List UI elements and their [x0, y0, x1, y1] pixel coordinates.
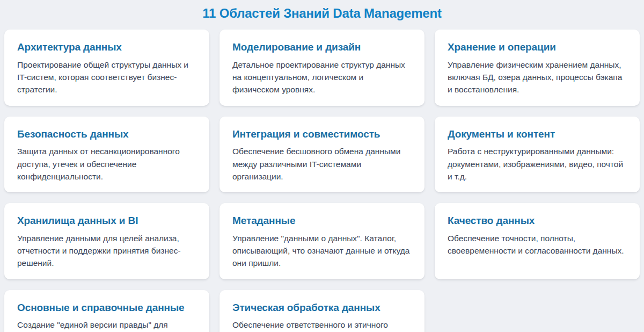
card-description: Создание "единой версии правды" для ключ…: [17, 319, 196, 332]
card-title: Документы и контент: [448, 128, 627, 141]
knowledge-area-card-integration-interoperability: Интеграция и совместимость Обеспечение б…: [219, 117, 425, 193]
card-title: Основные и справочные данные: [17, 301, 196, 314]
card-description: Управление физическим хранением данных, …: [448, 59, 627, 96]
card-title: Метаданные: [232, 214, 412, 227]
card-title: Хранение и операции: [448, 41, 627, 54]
knowledge-area-card-metadata: Метаданные Управление "данными о данных"…: [219, 203, 425, 279]
knowledge-area-card-modeling-design: Моделирование и дизайн Детальное проекти…: [219, 30, 425, 106]
card-title: Архитектура данных: [17, 41, 196, 54]
knowledge-area-card-data-security: Безопасность данных Защита данных от нес…: [4, 117, 209, 193]
card-title: Безопасность данных: [17, 128, 196, 141]
knowledge-area-card-data-architecture: Архитектура данных Проектирование общей …: [4, 30, 209, 106]
card-title: Хранилища данных и BI: [17, 214, 196, 227]
page-title: 11 Областей Знаний Data Management: [0, 0, 644, 30]
knowledge-area-card-storage-operations: Хранение и операции Управление физически…: [435, 30, 640, 106]
knowledge-area-card-master-reference-data: Основные и справочные данные Создание "е…: [4, 290, 209, 332]
card-title: Этическая обработка данных: [232, 301, 412, 314]
knowledge-area-card-data-ethics: Этическая обработка данных Обеспечение о…: [219, 290, 425, 332]
card-description: Обеспечение ответственного и этичного ис…: [232, 319, 412, 332]
card-description: Управление "данными о данных". Каталог, …: [232, 232, 412, 270]
knowledge-areas-grid: Архитектура данных Проектирование общей …: [0, 30, 644, 332]
card-description: Обеспечение точности, полноты, своевреме…: [448, 232, 627, 257]
knowledge-area-card-data-quality: Качество данных Обеспечение точности, по…: [435, 203, 640, 279]
card-description: Защита данных от несанкционированного до…: [17, 145, 196, 183]
card-description: Работа с неструктурированными данными: д…: [448, 145, 627, 183]
card-description: Обеспечение бесшовного обмена данными ме…: [232, 145, 412, 183]
card-description: Проектирование общей структуры данных и …: [17, 59, 196, 96]
knowledge-area-card-warehousing-bi: Хранилища данных и BI Управление данными…: [4, 203, 209, 279]
card-description: Детальное проектирование структур данных…: [232, 59, 412, 96]
card-description: Управление данными для целей анализа, от…: [17, 232, 196, 270]
knowledge-area-card-documents-content: Документы и контент Работа с неструктури…: [435, 117, 640, 193]
card-title: Интеграция и совместимость: [232, 128, 412, 141]
card-title: Качество данных: [448, 214, 627, 227]
card-title: Моделирование и дизайн: [232, 41, 412, 54]
